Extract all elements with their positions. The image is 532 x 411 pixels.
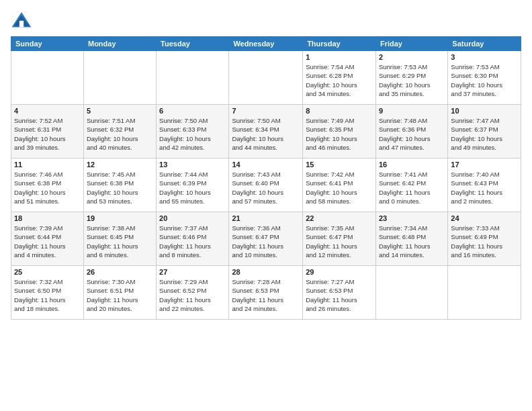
day-info: Sunrise: 7:48 AM Sunset: 6:36 PM Dayligh… [379, 116, 445, 152]
calendar-cell: 9Sunrise: 7:48 AM Sunset: 6:36 PM Daylig… [375, 105, 447, 158]
calendar-cell: 1Sunrise: 7:54 AM Sunset: 6:28 PM Daylig… [303, 51, 376, 105]
calendar-cell: 29Sunrise: 7:27 AM Sunset: 6:53 PM Dayli… [303, 266, 376, 320]
calendar-cell [229, 51, 303, 105]
weekday-header: Thursday [303, 37, 376, 51]
calendar-cell: 26Sunrise: 7:30 AM Sunset: 6:51 PM Dayli… [83, 266, 156, 320]
day-number: 24 [451, 214, 518, 222]
calendar-cell: 23Sunrise: 7:34 AM Sunset: 6:48 PM Dayli… [375, 212, 447, 266]
day-number: 21 [232, 214, 300, 222]
day-number: 25 [14, 268, 81, 276]
day-number: 9 [379, 107, 445, 115]
weekday-header: Wednesday [229, 37, 303, 51]
calendar-cell: 11Sunrise: 7:46 AM Sunset: 6:38 PM Dayli… [11, 158, 84, 212]
calendar-cell: 6Sunrise: 7:50 AM Sunset: 6:33 PM Daylig… [157, 105, 229, 158]
day-info: Sunrise: 7:50 AM Sunset: 6:34 PM Dayligh… [232, 116, 300, 152]
logo [11, 11, 34, 30]
day-number: 8 [306, 107, 373, 115]
day-number: 17 [451, 161, 518, 169]
day-number: 7 [232, 107, 300, 115]
day-info: Sunrise: 7:45 AM Sunset: 6:38 PM Dayligh… [87, 170, 153, 205]
calendar-cell: 18Sunrise: 7:39 AM Sunset: 6:44 PM Dayli… [11, 212, 84, 266]
calendar-cell: 15Sunrise: 7:42 AM Sunset: 6:41 PM Dayli… [303, 158, 376, 212]
calendar-cell: 27Sunrise: 7:29 AM Sunset: 6:52 PM Dayli… [157, 266, 229, 320]
day-info: Sunrise: 7:32 AM Sunset: 6:50 PM Dayligh… [14, 277, 81, 313]
day-number: 12 [87, 161, 153, 169]
day-info: Sunrise: 7:46 AM Sunset: 6:38 PM Dayligh… [14, 170, 81, 205]
day-info: Sunrise: 7:36 AM Sunset: 6:47 PM Dayligh… [232, 224, 300, 259]
day-info: Sunrise: 7:38 AM Sunset: 6:45 PM Dayligh… [87, 224, 153, 259]
calendar-cell: 19Sunrise: 7:38 AM Sunset: 6:45 PM Dayli… [83, 212, 156, 266]
calendar-cell: 21Sunrise: 7:36 AM Sunset: 6:47 PM Dayli… [229, 212, 303, 266]
calendar-cell: 28Sunrise: 7:28 AM Sunset: 6:53 PM Dayli… [229, 266, 303, 320]
calendar-cell: 17Sunrise: 7:40 AM Sunset: 6:43 PM Dayli… [448, 158, 521, 212]
day-info: Sunrise: 7:28 AM Sunset: 6:53 PM Dayligh… [232, 277, 300, 313]
calendar-cell: 24Sunrise: 7:33 AM Sunset: 6:49 PM Dayli… [448, 212, 521, 266]
day-number: 20 [159, 214, 226, 222]
day-info: Sunrise: 7:51 AM Sunset: 6:32 PM Dayligh… [87, 116, 153, 152]
day-info: Sunrise: 7:40 AM Sunset: 6:43 PM Dayligh… [451, 170, 518, 205]
calendar-cell [157, 51, 229, 105]
calendar-cell [375, 266, 447, 320]
day-number: 27 [159, 268, 226, 276]
weekday-header: Monday [83, 37, 156, 51]
day-number: 3 [451, 53, 518, 61]
day-info: Sunrise: 7:30 AM Sunset: 6:51 PM Dayligh… [87, 277, 153, 313]
day-number: 18 [14, 214, 81, 222]
calendar-cell [83, 51, 156, 105]
day-info: Sunrise: 7:42 AM Sunset: 6:41 PM Dayligh… [306, 170, 373, 205]
day-number: 19 [87, 214, 153, 222]
weekday-header: Sunday [11, 37, 84, 51]
calendar-cell: 20Sunrise: 7:37 AM Sunset: 6:46 PM Dayli… [157, 212, 229, 266]
calendar-cell: 25Sunrise: 7:32 AM Sunset: 6:50 PM Dayli… [11, 266, 84, 320]
day-info: Sunrise: 7:37 AM Sunset: 6:46 PM Dayligh… [159, 224, 226, 259]
calendar-cell: 5Sunrise: 7:51 AM Sunset: 6:32 PM Daylig… [83, 105, 156, 158]
calendar-cell: 16Sunrise: 7:41 AM Sunset: 6:42 PM Dayli… [375, 158, 447, 212]
day-info: Sunrise: 7:39 AM Sunset: 6:44 PM Dayligh… [14, 224, 81, 259]
day-info: Sunrise: 7:50 AM Sunset: 6:33 PM Dayligh… [159, 116, 226, 152]
day-info: Sunrise: 7:35 AM Sunset: 6:47 PM Dayligh… [306, 224, 373, 259]
day-number: 5 [87, 107, 153, 115]
calendar-cell: 14Sunrise: 7:43 AM Sunset: 6:40 PM Dayli… [229, 158, 303, 212]
calendar-cell [448, 266, 521, 320]
calendar-week-row: 1Sunrise: 7:54 AM Sunset: 6:28 PM Daylig… [11, 51, 521, 105]
day-number: 22 [306, 214, 373, 222]
weekday-header: Tuesday [157, 37, 229, 51]
day-info: Sunrise: 7:47 AM Sunset: 6:37 PM Dayligh… [451, 116, 518, 152]
day-number: 15 [306, 161, 373, 169]
page: SundayMondayTuesdayWednesdayThursdayFrid… [0, 0, 532, 411]
calendar-cell: 10Sunrise: 7:47 AM Sunset: 6:37 PM Dayli… [448, 105, 521, 158]
day-number: 11 [14, 161, 81, 169]
day-number: 2 [379, 53, 445, 61]
day-info: Sunrise: 7:52 AM Sunset: 6:31 PM Dayligh… [14, 116, 81, 152]
day-number: 10 [451, 107, 518, 115]
calendar-week-row: 18Sunrise: 7:39 AM Sunset: 6:44 PM Dayli… [11, 212, 521, 266]
day-number: 6 [159, 107, 226, 115]
calendar-cell: 4Sunrise: 7:52 AM Sunset: 6:31 PM Daylig… [11, 105, 84, 158]
day-info: Sunrise: 7:34 AM Sunset: 6:48 PM Dayligh… [379, 224, 445, 259]
calendar-week-row: 4Sunrise: 7:52 AM Sunset: 6:31 PM Daylig… [11, 105, 521, 158]
day-info: Sunrise: 7:54 AM Sunset: 6:28 PM Dayligh… [306, 62, 373, 98]
day-info: Sunrise: 7:49 AM Sunset: 6:35 PM Dayligh… [306, 116, 373, 152]
calendar-week-row: 25Sunrise: 7:32 AM Sunset: 6:50 PM Dayli… [11, 266, 521, 320]
weekday-header: Saturday [448, 37, 521, 51]
day-number: 26 [87, 268, 153, 276]
calendar-cell: 12Sunrise: 7:45 AM Sunset: 6:38 PM Dayli… [83, 158, 156, 212]
day-number: 23 [379, 214, 445, 222]
day-number: 29 [306, 268, 373, 276]
calendar-cell: 22Sunrise: 7:35 AM Sunset: 6:47 PM Dayli… [303, 212, 376, 266]
day-info: Sunrise: 7:41 AM Sunset: 6:42 PM Dayligh… [379, 170, 445, 205]
day-info: Sunrise: 7:53 AM Sunset: 6:29 PM Dayligh… [379, 62, 445, 98]
calendar-cell: 3Sunrise: 7:53 AM Sunset: 6:30 PM Daylig… [448, 51, 521, 105]
weekday-header: Friday [375, 37, 447, 51]
weekday-header-row: SundayMondayTuesdayWednesdayThursdayFrid… [11, 37, 521, 51]
day-info: Sunrise: 7:27 AM Sunset: 6:53 PM Dayligh… [306, 277, 373, 313]
day-info: Sunrise: 7:44 AM Sunset: 6:39 PM Dayligh… [159, 170, 226, 205]
day-number: 1 [306, 53, 373, 61]
day-number: 16 [379, 161, 445, 169]
day-info: Sunrise: 7:29 AM Sunset: 6:52 PM Dayligh… [159, 277, 226, 313]
day-number: 4 [14, 107, 81, 115]
svg-rect-2 [19, 21, 24, 28]
day-info: Sunrise: 7:43 AM Sunset: 6:40 PM Dayligh… [232, 170, 300, 205]
calendar-cell: 7Sunrise: 7:50 AM Sunset: 6:34 PM Daylig… [229, 105, 303, 158]
day-number: 28 [232, 268, 300, 276]
